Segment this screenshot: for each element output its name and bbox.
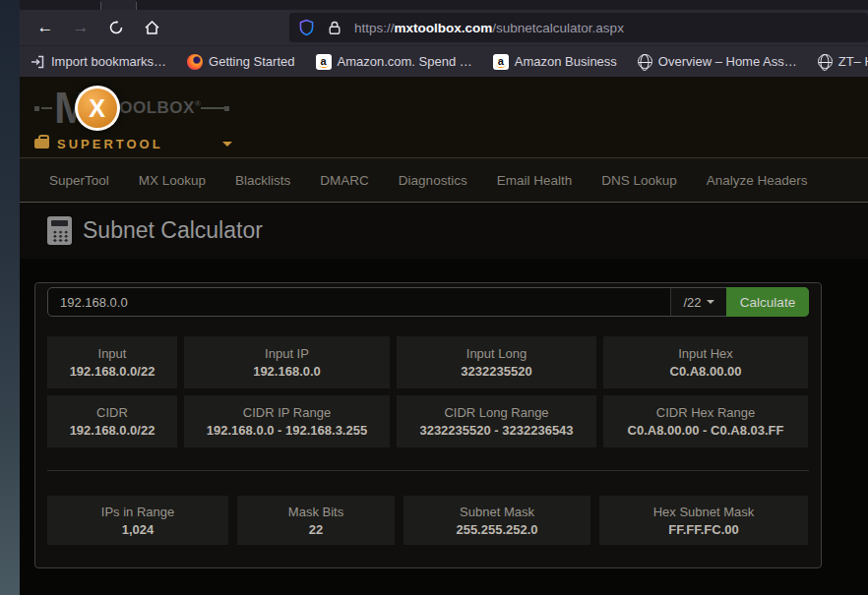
bookmark-item[interactable]: Amazon Business — [493, 54, 617, 70]
result-label: Input IP — [265, 346, 309, 361]
chevron-down-icon — [707, 300, 714, 304]
nav-item[interactable]: MX Lookup — [139, 173, 206, 188]
tab-strip[interactable] — [20, 0, 868, 10]
bookmark-item[interactable]: Amazon.com. Spend … — [316, 54, 472, 70]
bookmarks-bar: Import bookmarks… Getting Started Amazon… — [20, 45, 868, 77]
lock-icon[interactable] — [327, 20, 342, 36]
bookmark-item[interactable]: Getting Started — [187, 54, 294, 70]
site-page: M X TOOLBOX® SUPERTOOL SuperTool MX Loo — [20, 77, 868, 595]
results-grid-input-cidr: Input 192.168.0.0/22 Input IP 192.168.0.… — [47, 336, 809, 447]
nav-item[interactable]: Analyze Headers — [707, 173, 808, 188]
result-value: 192.168.0.0 - 192.168.3.255 — [207, 423, 367, 438]
nav-item[interactable]: DMARC — [320, 173, 369, 188]
logo-line — [41, 107, 52, 109]
logo-x-badge-icon: X — [75, 86, 120, 131]
ip-address-input[interactable] — [48, 288, 670, 316]
supertool-menu[interactable]: SUPERTOOL — [34, 135, 868, 152]
url-bar[interactable]: https://mxtoolbox.com/subnetcalculator.a… — [289, 13, 868, 42]
logo-line — [201, 107, 224, 109]
browser-window: ← → — [20, 0, 868, 595]
result-label: Input Hex — [678, 346, 733, 361]
result-cell: Subnet Mask 255.255.252.0 — [403, 496, 590, 545]
bookmark-label: Overview – Home Ass… — [658, 54, 797, 69]
result-cell: Input Hex C0.A8.00.00 — [603, 336, 808, 388]
reload-icon[interactable] — [104, 16, 128, 39]
result-cell: Mask Bits 22 — [237, 496, 395, 545]
nav-item[interactable]: DNS Lookup — [601, 173, 677, 188]
bookmark-item[interactable]: Overview – Home Ass… — [638, 54, 797, 69]
bookmark-item[interactable]: ZT– Hor — [818, 54, 868, 69]
results-grid-mask: IPs in Range 1,024 Mask Bits 22 Subnet M… — [47, 496, 809, 545]
nav-item[interactable]: SuperTool — [49, 173, 109, 188]
nav-item[interactable]: Diagnostics — [399, 173, 467, 188]
result-label: CIDR IP Range — [243, 405, 331, 420]
result-label: Input — [98, 346, 127, 361]
amazon-icon — [316, 54, 332, 70]
result-value: 1,024 — [122, 522, 155, 537]
result-value: 192.168.0.0/22 — [70, 364, 155, 379]
result-value: 22 — [309, 522, 323, 537]
result-cell: IPs in Range 1,024 — [47, 496, 228, 545]
result-cell: Input Long 3232235520 — [397, 336, 596, 388]
logo-line — [224, 106, 229, 111]
calculator-panel: /22 Calculate Input 192.168.0.0/22 — [34, 282, 822, 568]
result-cell: CIDR Hex Range C0.A8.00.00 - C0.A8.03.FF — [603, 395, 808, 447]
browser-toolbar: ← → — [20, 10, 868, 45]
amazon-icon — [493, 54, 509, 70]
tab-separator — [100, 2, 101, 10]
calculator-icon — [47, 216, 72, 245]
result-label: CIDR Hex Range — [656, 405, 755, 420]
bookmark-label: Import bookmarks… — [51, 54, 166, 69]
mxtoolbox-logo[interactable]: M X TOOLBOX® — [34, 83, 868, 134]
result-label: Hex Subnet Mask — [653, 505, 755, 519]
result-value: 192.168.0.0 — [253, 364, 321, 379]
result-cell: Input IP 192.168.0.0 — [184, 336, 390, 388]
back-icon[interactable]: ← — [33, 16, 57, 39]
supertool-label: SUPERTOOL — [57, 137, 163, 151]
forward-icon[interactable]: → — [69, 16, 93, 39]
result-cell: CIDR IP Range 192.168.0.0 - 192.168.3.25… — [184, 395, 390, 447]
main-content: /22 Calculate Input 192.168.0.0/22 — [20, 259, 868, 595]
firefox-icon — [187, 54, 203, 70]
logo-line — [34, 106, 39, 111]
cidr-selected-value: /22 — [683, 295, 701, 310]
page-heading: Subnet Calculator — [20, 203, 868, 259]
result-label: CIDR — [96, 405, 128, 420]
bookmark-label: ZT– Hor — [838, 54, 868, 69]
tab-fragment[interactable] — [100, 0, 136, 10]
page-title: Subnet Calculator — [83, 217, 263, 244]
url-domain: mxtoolbox.com — [395, 21, 493, 35]
result-label: Input Long — [466, 346, 527, 361]
result-cell: Hex Subnet Mask FF.FF.FC.00 — [599, 496, 808, 545]
toolbox-icon — [34, 139, 49, 149]
globe-icon — [818, 54, 833, 69]
result-cell: CIDR 192.168.0.0/22 — [47, 395, 177, 447]
chevron-down-icon[interactable] — [222, 142, 232, 147]
bookmark-label: Amazon Business — [515, 54, 617, 69]
tracking-shield-icon[interactable] — [298, 19, 315, 36]
home-icon[interactable] — [140, 16, 163, 39]
bookmark-label: Amazon.com. Spend … — [338, 54, 472, 69]
bookmark-label: Getting Started — [209, 54, 294, 69]
site-header: M X TOOLBOX® SUPERTOOL — [20, 77, 868, 157]
result-value: C0.A8.00.00 — [670, 364, 742, 379]
tab-separator — [136, 2, 137, 10]
calculate-button[interactable]: Calculate — [726, 287, 809, 317]
url-scheme: https:// — [354, 21, 395, 35]
bookmark-item[interactable]: Import bookmarks… — [30, 54, 166, 70]
result-label: IPs in Range — [101, 505, 174, 519]
results-divider — [47, 470, 809, 471]
result-label: CIDR Long Range — [444, 405, 548, 420]
nav-item[interactable]: Email Health — [497, 173, 573, 188]
cidr-dropdown[interactable]: /22 — [670, 288, 726, 316]
result-value: C0.A8.00.00 - C0.A8.03.FF — [628, 423, 784, 438]
result-value: 192.168.0.0/22 — [70, 423, 155, 438]
nav-item[interactable]: Blacklists — [235, 173, 290, 188]
result-label: Subnet Mask — [460, 505, 534, 519]
calculator-form: /22 Calculate — [47, 287, 809, 317]
result-label: Mask Bits — [288, 505, 343, 519]
globe-icon — [638, 54, 652, 69]
result-cell: CIDR Long Range 3232235520 - 3232236543 — [397, 395, 596, 447]
result-value: 255.255.252.0 — [456, 522, 537, 537]
result-value: 3232235520 - 3232236543 — [419, 423, 573, 438]
